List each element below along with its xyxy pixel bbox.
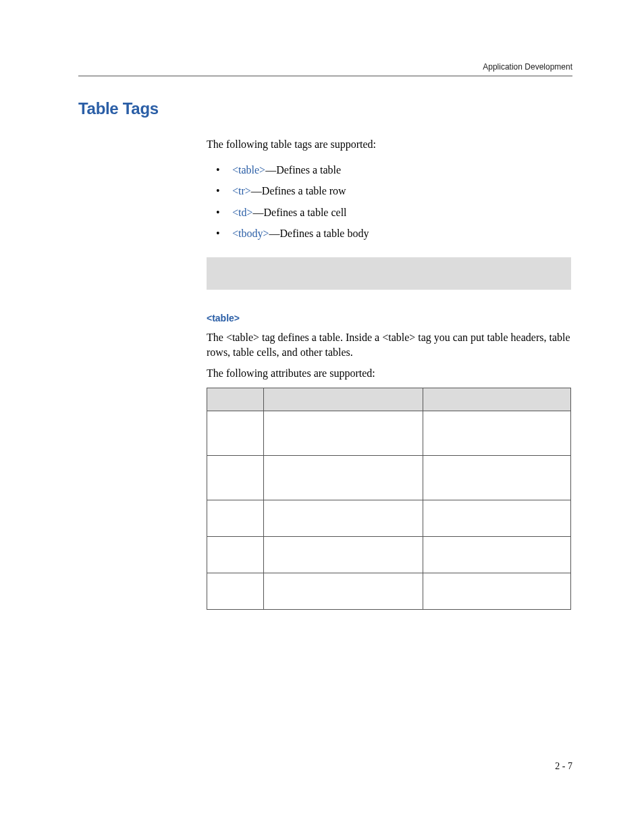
page-number: 2 - 7 <box>555 761 572 772</box>
list-item-desc: —Defines a table cell <box>253 207 347 218</box>
table-cell <box>423 411 571 455</box>
table-row <box>207 573 571 609</box>
table-cell <box>207 536 264 573</box>
table-header-cell <box>207 388 264 411</box>
body-column: The following table tags are supported: … <box>207 137 571 610</box>
tag-list: <table>—Defines a table <tr>—Defines a t… <box>207 163 571 241</box>
intro-paragraph: The following table tags are supported: <box>207 137 571 152</box>
table-cell <box>423 500 571 536</box>
list-item: <table>—Defines a table <box>207 163 571 178</box>
table-cell <box>423 536 571 573</box>
table-cell <box>207 573 264 609</box>
table-header-cell <box>423 388 571 411</box>
list-item-desc: —Defines a table <box>265 164 341 176</box>
table-cell <box>264 500 423 536</box>
subheading-table: <table> <box>207 313 571 323</box>
table-cell <box>207 411 264 455</box>
table-paragraph-1: The <table> tag defines a table. Inside … <box>207 330 571 359</box>
link-table[interactable]: <table> <box>232 164 265 176</box>
attributes-table <box>207 388 571 610</box>
table-header-cell <box>264 388 423 411</box>
table-row <box>207 536 571 573</box>
table-cell <box>423 573 571 609</box>
table-paragraph-2: The following attributes are supported: <box>207 366 571 381</box>
section-title: Table Tags <box>78 99 572 118</box>
list-item-desc: —Defines a table row <box>251 185 346 197</box>
list-item: <td>—Defines a table cell <box>207 205 571 220</box>
page: Application Development Table Tags The f… <box>0 0 644 834</box>
table-cell <box>264 411 423 455</box>
table-cell <box>264 573 423 609</box>
header-rule <box>78 76 572 76</box>
list-item-desc: —Defines a table body <box>269 228 369 239</box>
list-item: <tbody>—Defines a table body <box>207 226 571 241</box>
table-cell <box>264 455 423 500</box>
table-cell <box>207 455 264 500</box>
table-row <box>207 455 571 500</box>
table-cell <box>264 536 423 573</box>
table-row <box>207 500 571 536</box>
note-box <box>207 257 571 290</box>
table-row <box>207 411 571 455</box>
list-item: <tr>—Defines a table row <box>207 184 571 199</box>
table-header-row <box>207 388 571 411</box>
link-td[interactable]: <td> <box>232 207 253 218</box>
table-cell <box>207 500 264 536</box>
link-tr[interactable]: <tr> <box>232 185 251 197</box>
link-tbody[interactable]: <tbody> <box>232 228 269 239</box>
table-cell <box>423 455 571 500</box>
running-head: Application Development <box>78 62 572 72</box>
